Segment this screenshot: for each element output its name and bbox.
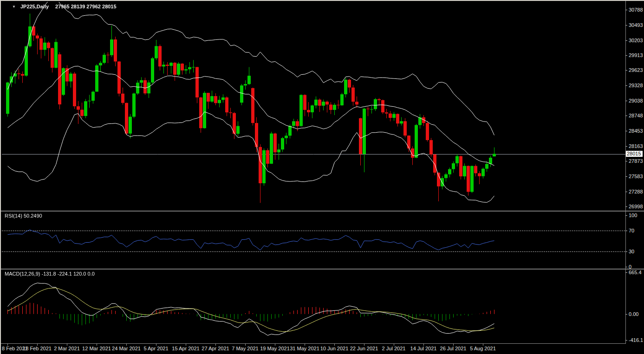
time-axis-label: 12 Mar 2021 [82,346,111,351]
rsi-axis-tick [625,215,627,216]
price-axis-label: 30203 [629,38,643,43]
price-axis-label: 29038 [629,98,643,103]
price-chart-canvas[interactable] [2,2,625,211]
time-axis-label: 2 Jul 2021 [382,346,406,351]
price-axis-label: 29913 [629,52,643,58]
price-axis-tick [625,131,627,131]
rsi-indicator-label: RSI(14) 50.2490 [5,213,42,219]
rsi-axis-tick [625,251,627,252]
macd-axis-tick [625,340,627,341]
time-axis-label: 24 Mar 2021 [112,346,141,351]
macd-axis-label: 665.4 [629,270,642,275]
price-axis-tick [625,40,627,41]
rsi-axis-tick [625,231,627,231]
chart-window: ▼JP225,Daily27965 28139 27962 28015 RSI(… [0,0,644,354]
price-axis-tick [625,116,627,116]
time-axis-label: 27 Apr 2021 [202,346,229,351]
macd-axis-tick [625,272,627,273]
price-axis-tick [625,25,627,26]
price-axis-tick [625,70,627,71]
price-axis-line [625,1,626,344]
ohlc-values: 27965 28139 27962 28015 [55,4,117,9]
rsi-axis-label: 70 [629,228,634,233]
chart-title: ▼JP225,Daily27965 28139 27962 28015 [12,4,117,9]
time-axis-line [1,343,625,344]
price-axis-label: 27288 [629,189,643,194]
rsi-axis-label: 0 [629,264,631,270]
price-axis-tick [625,192,627,192]
price-axis-tick [625,146,627,147]
time-axis-label: 26 Jul 2021 [440,346,467,351]
time-axis-label: 31 May 2021 [290,346,319,351]
macd-axis-label: 0.00 [629,311,638,317]
price-axis-label: 30493 [629,22,643,28]
price-axis-label: 29623 [629,67,643,73]
price-axis-label: 27873 [629,158,643,164]
rsi-axis-label: 30 [629,249,634,254]
price-axis-tick [625,206,627,207]
rsi-axis-label: 100 [629,212,637,218]
price-axis-tick [625,176,627,177]
time-axis-label: 5 Aug 2021 [470,346,496,351]
price-axis-tick [625,101,627,101]
macd-axis-tick [625,314,627,315]
price-axis-label: 28453 [629,128,643,134]
price-axis-label: 29328 [629,83,643,88]
price-axis-tick [625,55,627,56]
price-axis-label: 28163 [629,143,643,149]
price-axis-label: 30788 [629,7,643,13]
symbol-label: JP225,Daily [20,4,49,9]
price-axis-tick [625,85,627,86]
macd-indicator-label: MACD(12,26,9) -131.8 -224.1 120.0 0.0 [5,271,95,277]
time-axis-label: 19 May 2021 [260,346,290,351]
time-axis-label: 14 Jul 2021 [410,346,437,351]
time-axis-label: 7 May 2021 [232,346,258,351]
time-axis-label: 5 Apr 2021 [143,346,168,351]
rsi-chart-canvas[interactable] [2,212,625,269]
macd-axis-label: -416.1 [629,337,643,343]
price-axis-tick [625,161,627,161]
time-axis-label: 22 Jun 2021 [350,346,378,351]
current-price-tag: 28015 [626,151,643,157]
time-axis-label: 2 Mar 2021 [54,346,80,351]
macd-chart-canvas[interactable] [2,270,625,343]
price-axis-label: 28748 [629,113,643,118]
price-axis-tick [625,10,627,10]
rsi-axis-tick [625,267,627,267]
symbol-dropdown-icon[interactable]: ▼ [12,5,16,9]
price-axis-label: 27583 [629,174,643,179]
time-axis-label: 15 Apr 2021 [172,346,199,351]
time-axis-label: 18 Feb 2021 [23,346,52,351]
time-axis-label: 10 Jun 2021 [320,346,349,351]
price-axis-label: 26998 [629,204,643,209]
